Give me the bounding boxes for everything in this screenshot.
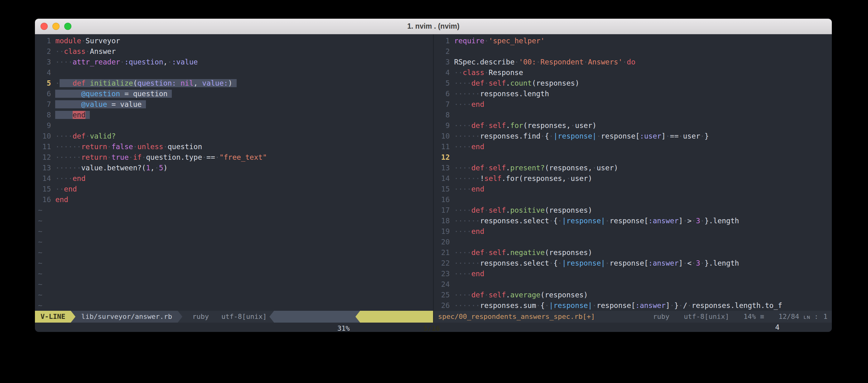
tilde-marker: ~ <box>38 206 42 214</box>
code-line[interactable]: 15····end <box>437 184 832 194</box>
space-dots: · <box>107 153 112 161</box>
code-token: ) <box>163 164 168 172</box>
code-text: ······value.between?(1,·5) <box>55 164 167 172</box>
code-line[interactable]: 3····attr_reader·:question,·:value <box>38 57 433 67</box>
space-dots: ···· <box>454 270 471 278</box>
code-line[interactable]: 9····def·self.for(responses,·user) <box>437 120 832 131</box>
space-dots: · <box>86 111 90 119</box>
code-token: true <box>111 153 128 161</box>
space-dots: ···· <box>55 58 72 66</box>
code-line[interactable]: 4··class·Response <box>437 67 832 78</box>
code-line[interactable]: 10······responses.find·{·|response|·resp… <box>437 131 832 141</box>
code-line[interactable]: 1module·Surveyor <box>38 35 433 46</box>
code-line[interactable]: 6······@question·=·question· <box>38 89 433 99</box>
code-line[interactable]: 10····def·valid? <box>38 131 433 141</box>
code-token: def <box>471 79 485 87</box>
code-line[interactable]: 6······responses.length <box>437 89 832 99</box>
code-line[interactable]: 12······return·true·if·question.type·==·… <box>38 152 433 163</box>
code-line[interactable]: 19····end <box>437 226 832 237</box>
zoom-button[interactable] <box>64 23 71 30</box>
code-line[interactable]: 1require·'spec_helper' <box>437 35 832 46</box>
space-dots: · <box>484 69 489 77</box>
code-line[interactable]: 7····end <box>437 99 832 110</box>
space-dots: ···· <box>454 291 471 299</box>
code-line[interactable]: 5····def·initialize(question:·nil,·value… <box>38 78 433 89</box>
code-line[interactable]: 13······value.between?(1,·5) <box>38 163 433 173</box>
line-number: 4 <box>437 67 450 78</box>
code-line[interactable]: 15··end <box>38 184 433 194</box>
code-token: do <box>627 58 636 66</box>
space-dots: · <box>592 302 597 310</box>
code-line[interactable]: 11····end <box>437 141 832 152</box>
code-line[interactable]: 16end <box>38 194 433 205</box>
space-dots: ······ <box>454 302 480 310</box>
code-line[interactable]: 24 <box>437 279 832 289</box>
code-line[interactable]: 22······responses.select·{·|response|·re… <box>437 258 832 269</box>
code-token: self <box>484 174 501 182</box>
code-line[interactable]: 21····def·self.negative(responses) <box>437 247 832 258</box>
code-line[interactable]: 20 <box>437 237 832 247</box>
code-token: ] <box>661 132 665 140</box>
code-line[interactable]: 26······responses.sum·{·|response|·respo… <box>437 300 832 311</box>
space-dots: ······ <box>55 164 81 172</box>
space-dots: · <box>605 217 610 225</box>
space-dots: · <box>549 259 553 267</box>
close-button[interactable] <box>40 23 48 30</box>
space-dots: · <box>484 291 489 299</box>
editor-pane-right: 1require·'spec_helper'23RSpec.describe·'… <box>434 34 832 323</box>
code-token: def <box>471 164 485 172</box>
code-token: :question <box>124 58 163 66</box>
buffer-spec-rb[interactable]: 1require·'spec_helper'23RSpec.describe·'… <box>434 34 832 311</box>
code-token: 'spec_helper' <box>489 37 545 45</box>
code-line[interactable]: 9 <box>38 120 433 131</box>
titlebar[interactable]: 1. nvim . (nvim) <box>35 19 832 34</box>
space-dots: · <box>679 302 683 310</box>
code-line[interactable]: 8 <box>437 110 832 120</box>
buffer-answer-rb[interactable]: 1module·Surveyor2··class·Answer3····attr… <box>35 34 433 311</box>
code-line[interactable]: 3RSpec.describe·'00:·Respondent·Answers'… <box>437 57 832 67</box>
window-title: 1. nvim . (nvim) <box>407 22 459 31</box>
code-line[interactable]: 13····def·self.present?(responses,·user) <box>437 163 832 173</box>
code-line[interactable]: 23····end <box>437 269 832 279</box>
code-line[interactable]: 16 <box>437 194 832 205</box>
code-line[interactable]: 2 <box>437 46 832 57</box>
code-line[interactable]: 12 <box>437 152 832 163</box>
code-token: def <box>471 248 485 256</box>
code-line[interactable]: 14····end <box>38 173 433 184</box>
code-line[interactable]: 17····def·self.positive(responses) <box>437 205 832 215</box>
code-token: :user <box>640 132 661 140</box>
minimize-button[interactable] <box>52 23 60 30</box>
vim-mode-indicator: V-LINE <box>35 311 71 323</box>
code-line[interactable]: 8····end· <box>38 110 433 120</box>
line-number: 15 <box>38 184 51 194</box>
space-dots: · <box>120 58 124 66</box>
code-token: (responses) <box>545 248 592 256</box>
line-number: 19 <box>437 226 450 237</box>
command-line[interactable]: 4 <box>35 323 832 332</box>
scroll-percent: 14% ≡ <box>744 311 764 323</box>
maxlinenr-icon: ʟɴ <box>803 314 810 320</box>
space-dots: ··· <box>60 79 73 87</box>
statusline-active[interactable]: V-LINE lib/surveyor/answer.rb ruby utf-8… <box>35 311 433 323</box>
statusline-inactive[interactable]: spec/00_respondents_answers_spec.rb[+] r… <box>434 311 832 323</box>
code-token: , <box>163 58 168 66</box>
column-number: 1 <box>824 313 828 320</box>
code-text: ······@question·=·question· <box>55 90 172 98</box>
code-line[interactable]: 5····def·self.count(responses) <box>437 78 832 89</box>
code-token: return <box>81 153 107 161</box>
filler-line: ~ <box>38 289 433 300</box>
line-number: 7 <box>437 99 450 110</box>
space-dots: ······ <box>454 90 480 98</box>
space-dots: · <box>566 174 570 182</box>
code-line[interactable]: 7······@value·=·value· <box>38 99 433 110</box>
space-dots: · <box>679 132 683 140</box>
code-line[interactable]: 2··class·Answer <box>38 46 433 57</box>
code-token: responses.length.to_f <box>691 302 782 310</box>
code-token: def <box>471 206 485 214</box>
code-line[interactable]: 4 <box>38 67 433 78</box>
code-line[interactable]: 25····def·self.average(responses) <box>437 289 832 300</box>
code-token: { <box>545 132 549 140</box>
code-line[interactable]: 11······return·false·unless·question <box>38 141 433 152</box>
code-line[interactable]: 18······responses.select·{·|response|·re… <box>437 215 832 226</box>
code-line[interactable]: 14······!self.for(responses,·user) <box>437 173 832 184</box>
